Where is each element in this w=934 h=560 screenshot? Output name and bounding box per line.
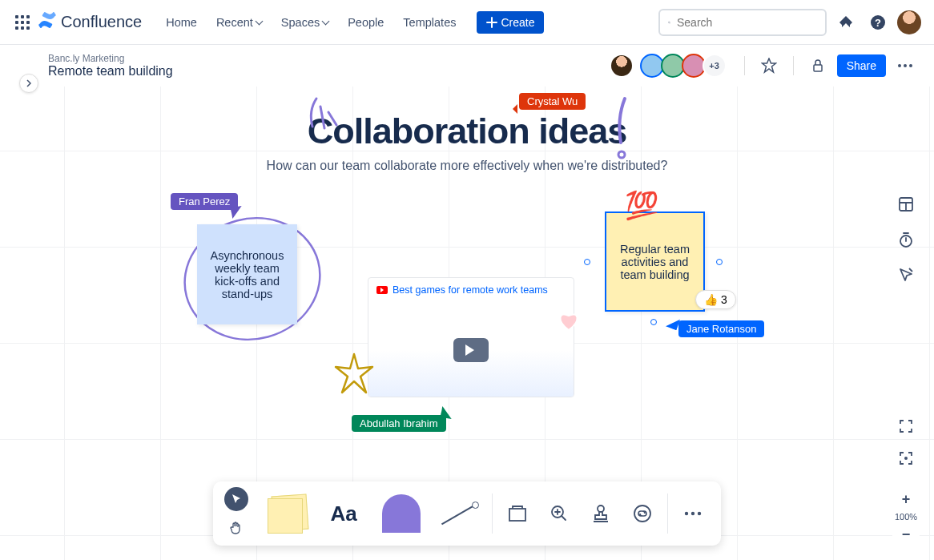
svg-rect-2 bbox=[26, 15, 30, 18]
sticky-note-tool-button[interactable] bbox=[261, 489, 311, 538]
breadcrumb-title: Remote team building bbox=[48, 64, 173, 79]
svg-rect-21 bbox=[509, 509, 525, 521]
search-input[interactable] bbox=[677, 16, 817, 29]
exclaim-decoration-icon bbox=[609, 95, 641, 167]
breadcrumb: Banc.ly Marketing Remote team building bbox=[48, 53, 173, 79]
nav-recent[interactable]: Recent bbox=[208, 11, 270, 34]
video-title-bar: Best games for remote work teams bbox=[368, 278, 574, 302]
youtube-icon bbox=[376, 286, 388, 294]
svg-point-25 bbox=[685, 512, 688, 515]
star-button[interactable] bbox=[756, 53, 782, 79]
chevron-down-icon bbox=[322, 18, 330, 26]
svg-point-16 bbox=[618, 151, 625, 158]
zoom-out-button[interactable]: − bbox=[892, 523, 920, 546]
svg-rect-0 bbox=[15, 15, 18, 18]
plus-icon bbox=[486, 17, 497, 28]
svg-point-15 bbox=[909, 64, 912, 67]
video-embed[interactable]: Best games for remote work teams bbox=[368, 277, 574, 397]
svg-rect-5 bbox=[26, 21, 30, 24]
svg-rect-4 bbox=[21, 21, 24, 24]
svg-point-14 bbox=[904, 64, 907, 67]
svg-point-27 bbox=[698, 512, 701, 515]
heart-sticker-icon[interactable] bbox=[556, 308, 582, 333]
svg-rect-8 bbox=[26, 26, 30, 30]
create-button[interactable]: Create bbox=[477, 11, 544, 34]
sticky-note-yellow[interactable]: Regular team activities and team buildin… bbox=[605, 212, 705, 312]
cursor-abdullah: Abdullah Ibrahim bbox=[352, 415, 446, 432]
expand-sidebar-button[interactable] bbox=[19, 74, 38, 93]
collaborator-avatars: +3 bbox=[614, 54, 727, 78]
zoom-controls: + 100% − bbox=[892, 488, 920, 546]
svg-rect-3 bbox=[15, 21, 18, 24]
more-tools-button[interactable] bbox=[676, 489, 710, 538]
svg-point-24 bbox=[634, 506, 650, 522]
search-box[interactable] bbox=[658, 9, 827, 36]
notifications-icon[interactable] bbox=[833, 10, 859, 35]
cursor-jane: Jane Rotanson bbox=[678, 320, 764, 337]
collaborator-avatar[interactable] bbox=[610, 54, 634, 78]
star-drawing-icon[interactable] bbox=[334, 353, 374, 397]
svg-rect-12 bbox=[814, 65, 822, 71]
pointer-tool-button[interactable] bbox=[224, 487, 248, 511]
cursor-tool-button[interactable] bbox=[892, 261, 920, 288]
bottom-toolbar: Aa bbox=[213, 481, 721, 546]
right-tool-rail-bottom bbox=[892, 413, 920, 472]
svg-point-23 bbox=[598, 506, 604, 512]
nav-spaces[interactable]: Spaces bbox=[273, 11, 336, 34]
nav-home[interactable]: Home bbox=[158, 11, 205, 34]
more-actions-button[interactable] bbox=[892, 53, 918, 79]
sticky-note-blue[interactable]: Asynchronous weekly team kick-offs and s… bbox=[197, 224, 297, 324]
svg-point-20 bbox=[904, 457, 908, 460]
user-avatar[interactable] bbox=[897, 10, 921, 34]
fit-view-button[interactable] bbox=[892, 445, 920, 472]
svg-text:?: ? bbox=[875, 17, 881, 29]
selection-handle[interactable] bbox=[716, 259, 723, 265]
line-tool-button[interactable] bbox=[434, 489, 484, 538]
cursor-crystal: Crystal Wu bbox=[519, 93, 586, 110]
restrictions-button[interactable] bbox=[805, 53, 831, 79]
spark-decoration-icon bbox=[304, 95, 344, 135]
zoom-in-button[interactable]: + bbox=[892, 488, 920, 510]
text-tool-button[interactable]: Aa bbox=[319, 489, 368, 538]
reaction-badge[interactable]: 👍3 bbox=[695, 290, 736, 309]
timer-tool-button[interactable] bbox=[892, 226, 920, 253]
page-header: Banc.ly Marketing Remote team building +… bbox=[0, 45, 934, 87]
hand-tool-button[interactable] bbox=[224, 516, 248, 540]
top-navigation: Confluence Home Recent Spaces People Tem… bbox=[0, 0, 934, 45]
svg-point-26 bbox=[691, 512, 694, 515]
collaborator-more[interactable]: +3 bbox=[703, 54, 727, 78]
share-button[interactable]: Share bbox=[837, 54, 886, 77]
search-tool-button[interactable] bbox=[542, 489, 576, 538]
svg-rect-6 bbox=[15, 26, 18, 30]
stamp-tool-button[interactable] bbox=[584, 489, 618, 538]
help-icon[interactable]: ? bbox=[865, 10, 891, 35]
page-title-block: Collaboration ideas How can our team col… bbox=[0, 111, 934, 173]
shape-tool-button[interactable] bbox=[376, 489, 426, 538]
nav-templates[interactable]: Templates bbox=[395, 11, 464, 34]
layout-tool-button[interactable] bbox=[892, 191, 920, 218]
app-name: Confluence bbox=[61, 13, 142, 31]
confluence-logo[interactable]: Confluence bbox=[38, 11, 142, 33]
header-actions: Share bbox=[739, 53, 918, 79]
svg-rect-7 bbox=[21, 26, 24, 30]
selection-handle[interactable] bbox=[650, 319, 657, 325]
zoom-level: 100% bbox=[895, 512, 917, 522]
emoji-100-icon[interactable]: 💯 bbox=[625, 189, 658, 221]
svg-point-13 bbox=[898, 64, 901, 67]
whiteboard-canvas[interactable]: Collaboration ideas How can our team col… bbox=[0, 87, 934, 560]
play-button[interactable] bbox=[453, 338, 489, 362]
link-tool-button[interactable] bbox=[626, 489, 659, 538]
frame-tool-button[interactable] bbox=[501, 489, 534, 538]
confluence-mark-icon bbox=[38, 11, 56, 33]
page-subtitle: How can our team collaborate more effect… bbox=[0, 159, 934, 173]
selection-handle[interactable] bbox=[584, 259, 590, 265]
fullscreen-button[interactable] bbox=[892, 413, 920, 440]
page-title: Collaboration ideas bbox=[0, 111, 934, 152]
search-icon bbox=[668, 16, 670, 29]
app-switcher-icon[interactable] bbox=[13, 13, 32, 32]
nav-people[interactable]: People bbox=[340, 11, 392, 34]
breadcrumb-parent[interactable]: Banc.ly Marketing bbox=[48, 53, 173, 64]
right-tool-rail bbox=[892, 191, 920, 288]
svg-rect-1 bbox=[21, 15, 24, 18]
cursor-fran: Fran Perez bbox=[171, 193, 238, 210]
